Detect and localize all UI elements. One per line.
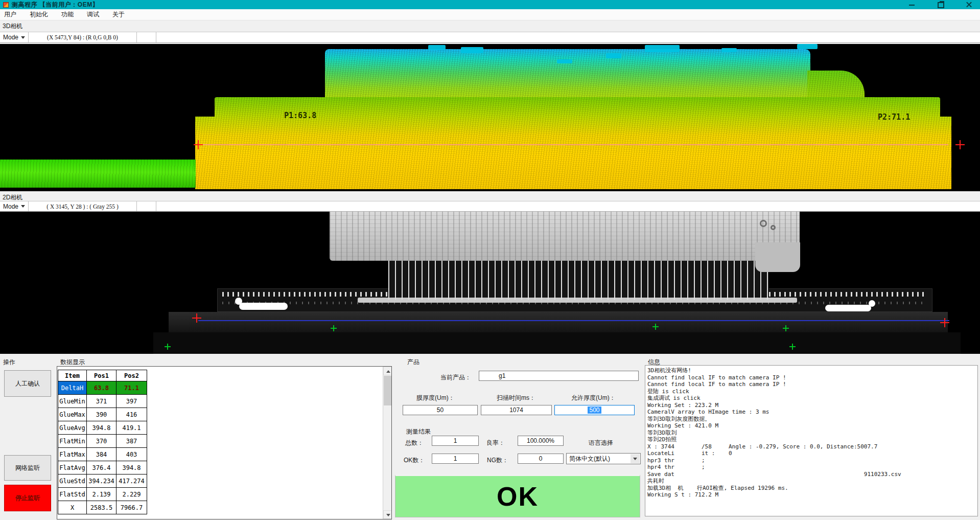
- p2-measure-label: P2:71.1: [878, 112, 910, 122]
- table-cell: 390: [87, 408, 116, 421]
- table-header: Pos1: [87, 370, 116, 381]
- log-line: hpr3 thr ;: [647, 457, 977, 464]
- total-field[interactable]: 1: [432, 436, 479, 446]
- table-cell: 63.8: [87, 381, 116, 395]
- log-line: LocateLi it : 0: [647, 450, 977, 457]
- menu-item-4[interactable]: 关于: [112, 10, 125, 19]
- table-row[interactable]: FlatMax384403: [58, 448, 147, 461]
- table-cell: DeltaH: [58, 381, 87, 395]
- p1-cross-marker: [194, 140, 203, 149]
- menu-item-2[interactable]: 功能: [61, 10, 74, 19]
- pcb-board-tab: [755, 242, 800, 272]
- table-cell: 376.4: [87, 461, 116, 474]
- table-row[interactable]: GlueAvg394.8419.1: [58, 421, 147, 435]
- point-fragment: [721, 48, 737, 52]
- green-cross-marker: [783, 325, 789, 331]
- close-button[interactable]: [963, 0, 976, 9]
- table-cell: FlatAvg: [58, 461, 87, 474]
- camera2d-pixel-status: ( X 3145, Y 28 ) : ( Gray 255 ): [29, 201, 137, 211]
- current-product-field[interactable]: g1: [479, 371, 639, 381]
- table-cell: 417.274: [116, 474, 147, 488]
- table-cell: 7966.7: [116, 501, 147, 514]
- reference-line: [198, 320, 949, 321]
- glue-blob-left: [239, 303, 288, 310]
- allow-thickness-field[interactable]: 500: [554, 405, 635, 415]
- table-cell: 387: [116, 435, 147, 448]
- green-cross-marker: [652, 324, 659, 330]
- stop-listen-button[interactable]: 停止监听: [4, 485, 51, 511]
- log-line: 等到3D取到灰度图数据。: [647, 416, 977, 423]
- result-status-panel: OK: [395, 474, 640, 517]
- table-row[interactable]: GlueStd394.234417.274: [58, 474, 147, 488]
- log-line: 3D相机没有网络!: [647, 367, 977, 374]
- network-listen-button[interactable]: 网络监听: [4, 455, 51, 481]
- log-line: Working S t : 712.2 M: [647, 491, 977, 499]
- point-fragment: [606, 53, 621, 58]
- ok-count-field[interactable]: 1: [432, 454, 479, 464]
- yield-field[interactable]: 100.000%: [518, 436, 564, 446]
- scrollbar-thumb[interactable]: [384, 376, 391, 405]
- table-row[interactable]: FlatStd2.1392.229: [58, 488, 147, 501]
- ribbon-bottom-edge: [358, 298, 797, 303]
- menu-item-0[interactable]: 用户: [4, 10, 16, 19]
- ng-count-label: NG数：: [487, 456, 508, 465]
- glue-blob-left-tip: [235, 298, 242, 305]
- language-selected-value: 简体中文(默认): [569, 455, 610, 463]
- camera2d-mode-dropdown[interactable]: Mode: [0, 201, 29, 211]
- table-row[interactable]: DeltaH63.871.1: [58, 381, 147, 395]
- ribbon-cable: [388, 257, 769, 300]
- allow-thickness-label: 允许厚度(Um)：: [571, 394, 616, 402]
- camera3d-mode-dropdown[interactable]: Mode: [0, 32, 29, 42]
- language-select-label: 语言选择: [589, 439, 613, 447]
- yield-value: 100.000%: [527, 437, 554, 444]
- table-cell: 397: [116, 395, 147, 408]
- scroll-up-icon[interactable]: [383, 367, 392, 375]
- log-line: 加载3D相 机 行AOI检查, Elapsed 19296 ms.: [647, 485, 977, 492]
- table-row[interactable]: FlatMin370387: [58, 435, 147, 448]
- camera3d-viewport[interactable]: P1:63.8 P2:71.1: [0, 44, 980, 191]
- table-cell: GlueAvg: [58, 421, 87, 435]
- operations-label: 操作: [3, 358, 15, 367]
- point-fragment: [461, 47, 483, 53]
- scan-time-field[interactable]: 1074: [481, 405, 552, 415]
- point-fragment: [797, 44, 818, 49]
- table-scrollbar[interactable]: [383, 367, 391, 519]
- maximize-button[interactable]: [934, 0, 947, 9]
- language-select[interactable]: 简体中文(默认): [566, 453, 641, 464]
- menu-item-1[interactable]: 初始化: [30, 10, 48, 19]
- app-window: 测高程序 【当前用户：OEM】 用户初始化功能调试关于 3D相机 Mode (X…: [0, 0, 980, 520]
- total-value: 1: [454, 437, 457, 444]
- scroll-down-icon[interactable]: [383, 510, 392, 519]
- total-label: 总数：: [405, 439, 424, 447]
- chevron-down-icon: [631, 454, 640, 463]
- green-cross-marker: [165, 344, 171, 350]
- ng-count-field[interactable]: 0: [518, 454, 564, 464]
- allow-thickness-value: 500: [588, 406, 601, 414]
- chevron-down-icon: [21, 36, 25, 39]
- log-line: Working Set : 421.0 M: [647, 422, 977, 429]
- log-line: Cannot find local IF to match camera IP …: [647, 374, 977, 381]
- data-display-panel: ItemPos1Pos2DeltaH63.871.1GlueMin371397G…: [57, 366, 392, 519]
- table-row[interactable]: X2583.57966.7: [58, 501, 147, 514]
- glue-blob-right: [825, 305, 871, 311]
- table-row[interactable]: FlatAvg376.4394.8: [58, 461, 147, 474]
- manual-confirm-button[interactable]: 人工确认: [4, 370, 51, 397]
- table-cell: 71.1: [116, 381, 147, 395]
- table-row[interactable]: GlueMin371397: [58, 395, 147, 408]
- log-line: 集成调试 is click: [647, 395, 977, 402]
- table-cell: GlueMax: [58, 408, 87, 421]
- camera2d-viewport[interactable]: [0, 212, 980, 354]
- info-log-panel[interactable]: 3D相机没有网络!Cannot find local IF to match c…: [645, 365, 978, 516]
- minimize-button[interactable]: [905, 0, 919, 9]
- green-cross-marker: [789, 344, 796, 350]
- table-cell: FlatMax: [58, 448, 87, 461]
- log-line: 等到2D拍照: [647, 436, 977, 443]
- table-cell: 403: [116, 448, 147, 461]
- table-row[interactable]: GlueMax390416: [58, 408, 147, 421]
- film-thickness-field[interactable]: 50: [403, 405, 478, 415]
- log-line: X : 3744 /58 Angle : -0.279, Score : 0.0…: [647, 443, 977, 450]
- table-cell: X: [58, 501, 87, 514]
- table-header: Item: [58, 370, 87, 381]
- menu-item-3[interactable]: 调试: [87, 10, 99, 19]
- camera3d-label: 3D相机: [3, 22, 22, 31]
